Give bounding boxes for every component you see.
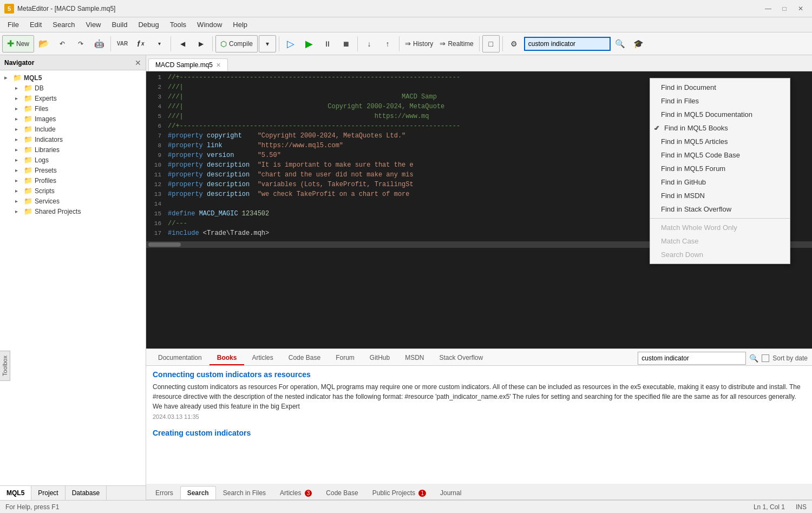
bottom-tab-errors[interactable]: Errors	[148, 486, 180, 499]
menu-search[interactable]: Search	[47, 19, 80, 30]
maximize-button[interactable]: □	[777, 3, 791, 14]
history-button[interactable]: ⇒ History	[402, 35, 436, 52]
compile-button[interactable]: ⬡ Compile	[215, 35, 258, 52]
menu-tools[interactable]: Tools	[165, 19, 192, 30]
settings-button[interactable]: ⚙	[506, 35, 523, 52]
forward-button[interactable]: ▶	[192, 35, 209, 52]
dropdown-find-stackoverflow[interactable]: Find in Stack Overflow	[650, 202, 790, 216]
dropdown-find-document[interactable]: Find in Document	[650, 81, 790, 94]
tree-item-images[interactable]: ▸ 📁 Images	[0, 114, 146, 124]
docs-tab-books[interactable]: Books	[209, 351, 245, 365]
result-title-1[interactable]: Connecting custom indicators as resource…	[153, 370, 806, 379]
tree-item-db[interactable]: ▸ 📁 DB	[0, 83, 146, 93]
bottom-tab-articles[interactable]: Articles 3	[273, 486, 319, 499]
bottom-tab-journal[interactable]: Journal	[433, 486, 468, 499]
docs-tab-articles[interactable]: Articles	[244, 351, 280, 365]
docs-tab-codebase[interactable]: Code Base	[281, 351, 328, 365]
compile-icon: ⬡	[220, 40, 227, 48]
window-square-button[interactable]: □	[482, 35, 500, 52]
close-button[interactable]: ✕	[794, 3, 808, 14]
fx-dropdown-button[interactable]: ▾	[150, 35, 168, 52]
tree-item-libraries[interactable]: ▸ 📁 Libraries	[0, 144, 146, 155]
result-title-2[interactable]: Creating custom indicators	[153, 429, 806, 437]
run-button[interactable]: ▶	[300, 35, 318, 52]
toolbar: ✚ New 📂 ↶ ↷ 🤖 VAR fx ▾ ◀ ▶ ⬡ Compile ▾ ▷…	[0, 32, 812, 55]
dropdown-find-files[interactable]: Find in Files	[650, 94, 790, 108]
editor-tab-macd[interactable]: MACD Sample.mq5 ✕	[148, 58, 228, 71]
menu-debug[interactable]: Debug	[133, 19, 164, 30]
dropdown-find-mql5-docs[interactable]: Find in MQL5 Documentation	[650, 108, 790, 121]
stop-button[interactable]: ⏹	[337, 35, 355, 52]
window-controls[interactable]: — □ ✕	[761, 3, 808, 14]
nav-tab-project[interactable]: Project	[31, 486, 65, 500]
tree-item-services[interactable]: ▸ 📁 Services	[0, 196, 146, 206]
toolbox-tab[interactable]: Toolbox	[0, 351, 10, 381]
tree-item-presets[interactable]: ▸ 📁 Presets	[0, 165, 146, 175]
dropdown-find-mql5-forum[interactable]: Find in MQL5 Forum	[650, 162, 790, 175]
docs-search-input[interactable]	[638, 352, 746, 365]
tree-item-mql5[interactable]: ▸ 📁 MQL5	[0, 73, 146, 83]
menu-window[interactable]: Window	[192, 19, 227, 30]
sort-checkbox[interactable]	[762, 354, 769, 362]
redo-button[interactable]: ↷	[72, 35, 89, 52]
navigator-close-button[interactable]: ✕	[135, 58, 141, 67]
dropdown-find-github[interactable]: Find in GitHub	[650, 175, 790, 189]
tree-item-logs[interactable]: ▸ 📁 Logs	[0, 155, 146, 165]
undo-button[interactable]: ↶	[54, 35, 71, 52]
tree-item-scripts[interactable]: ▸ 📁 Scripts	[0, 186, 146, 196]
tree-item-include[interactable]: ▸ 📁 Include	[0, 124, 146, 134]
line-num-17: 17	[146, 229, 166, 239]
new-icon: ✚	[7, 38, 14, 49]
docs-tab-msdn[interactable]: MSDN	[397, 351, 431, 365]
include-icon: 📁	[24, 125, 32, 133]
robot-button[interactable]: 🤖	[90, 35, 108, 52]
bottom-tab-codebase[interactable]: Code Base	[319, 486, 365, 499]
menu-help[interactable]: Help	[227, 19, 253, 30]
separator-2	[171, 36, 171, 51]
minimize-button[interactable]: —	[761, 3, 775, 14]
bottom-tab-public-projects[interactable]: Public Projects 1	[365, 486, 433, 499]
docs-tab-stackoverflow[interactable]: Stack Overflow	[432, 351, 491, 365]
var-button[interactable]: VAR	[114, 35, 131, 52]
tree-item-files[interactable]: ▸ 📁 Files	[0, 103, 146, 114]
docs-tab-github[interactable]: GitHub	[362, 351, 397, 365]
tree-item-indicators[interactable]: ▸ 📁 Indicators	[0, 134, 146, 144]
search-input[interactable]	[524, 37, 611, 51]
search-button[interactable]: 🔍	[612, 35, 629, 52]
dropdown-find-mql5-books[interactable]: ✓Find in MQL5 Books	[650, 121, 790, 135]
open-button[interactable]: 📂	[35, 35, 53, 52]
stepback-button[interactable]: ↓	[361, 35, 378, 52]
dropdown-find-msdn[interactable]: Find in MSDN	[650, 189, 790, 202]
status-help-text: For Help, press F1	[5, 503, 59, 511]
tree-item-profiles[interactable]: ▸ 📁 Profiles	[0, 175, 146, 186]
docs-search-icon[interactable]: 🔍	[749, 354, 758, 363]
dropdown-find-mql5-articles[interactable]: Find in MQL5 Articles	[650, 135, 790, 148]
editor-tab-close[interactable]: ✕	[216, 62, 221, 69]
back-button[interactable]: ◀	[174, 35, 191, 52]
realtime-button[interactable]: ⇒ Realtime	[437, 35, 476, 52]
tree-label-images: Images	[35, 115, 56, 123]
compile-dropdown-button[interactable]: ▾	[259, 35, 276, 52]
pause-button[interactable]: ⏸	[319, 35, 336, 52]
line-num-16: 16	[146, 220, 166, 229]
dropdown-find-mql5-codebase[interactable]: Find in MQL5 Code Base	[650, 148, 790, 162]
docs-tab-forum[interactable]: Forum	[328, 351, 362, 365]
menu-edit[interactable]: Edit	[24, 19, 47, 30]
nav-tab-mql5[interactable]: MQL5	[0, 486, 31, 500]
line-num-15: 15	[146, 210, 166, 220]
docs-tab-documentation[interactable]: Documentation	[150, 351, 209, 365]
help-button[interactable]: 🎓	[630, 35, 647, 52]
bottom-tab-search-in-files[interactable]: Search in Files	[216, 486, 273, 499]
step-button[interactable]: ↑	[379, 35, 396, 52]
menu-view[interactable]: View	[81, 19, 107, 30]
bottom-tab-search[interactable]: Search	[180, 486, 216, 499]
tree-item-shared-projects[interactable]: ▸ 📁 Shared Projects	[0, 206, 146, 216]
menu-file[interactable]: File	[2, 19, 24, 30]
tree-item-experts[interactable]: ▸ 📁 Experts	[0, 93, 146, 103]
play-button[interactable]: ▷	[282, 35, 299, 52]
nav-tab-database[interactable]: Database	[66, 486, 107, 500]
separator-1	[110, 36, 111, 51]
fx-button[interactable]: fx	[132, 35, 149, 52]
menu-build[interactable]: Build	[107, 19, 133, 30]
new-button[interactable]: ✚ New	[2, 35, 34, 52]
